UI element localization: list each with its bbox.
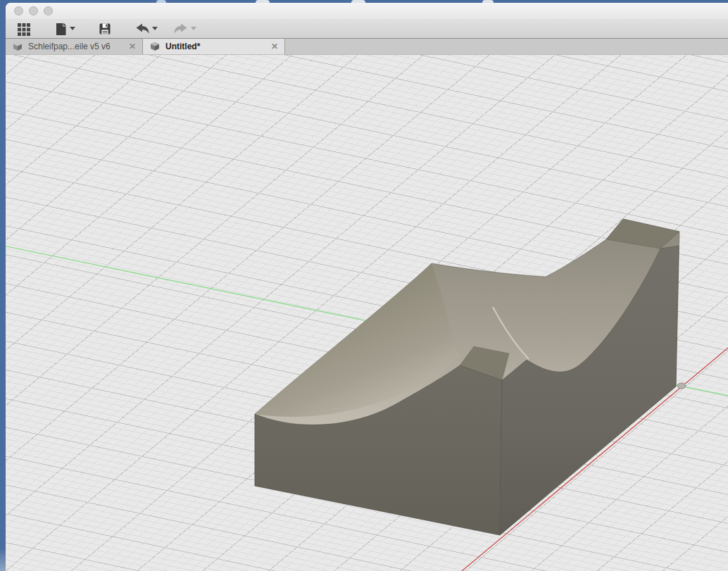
save-icon bbox=[98, 22, 112, 36]
app-grid-icon bbox=[17, 22, 31, 36]
viewport-render bbox=[6, 55, 728, 571]
tab-schleifpapier-document[interactable]: Schleifpap...eile v5 v6 ✕ bbox=[6, 39, 143, 54]
screen: { "window": { "app": "cad-modeler", "tra… bbox=[0, 0, 728, 571]
app-window: Schleifpap...eile v5 v6 ✕ Untitled* ✕ bbox=[6, 3, 728, 571]
main-toolbar bbox=[6, 19, 728, 39]
tab-close-icon[interactable]: ✕ bbox=[271, 42, 278, 51]
viewport-canvas[interactable] bbox=[6, 55, 728, 571]
zoom-window-button[interactable] bbox=[44, 6, 53, 15]
undo-icon bbox=[134, 23, 150, 34]
model-3d-body[interactable] bbox=[255, 219, 709, 535]
close-window-button[interactable] bbox=[14, 6, 23, 15]
redo-icon bbox=[173, 23, 189, 34]
tab-label: Schleifpap...eile v5 v6 bbox=[28, 42, 124, 51]
minimize-window-button[interactable] bbox=[29, 6, 38, 15]
tab-untitled-document[interactable]: Untitled* ✕ bbox=[143, 39, 285, 54]
new-file-button[interactable] bbox=[49, 20, 80, 37]
redo-dropdown-caret[interactable] bbox=[191, 27, 196, 30]
save-button[interactable] bbox=[94, 20, 116, 37]
document-cube-icon bbox=[12, 42, 23, 51]
origin-point bbox=[677, 383, 686, 389]
redo-button[interactable] bbox=[169, 22, 201, 36]
new-file-icon bbox=[54, 22, 68, 36]
undo-button[interactable] bbox=[130, 22, 162, 36]
document-tab-bar: Schleifpap...eile v5 v6 ✕ Untitled* ✕ bbox=[6, 39, 728, 55]
undo-dropdown-caret[interactable] bbox=[152, 27, 158, 30]
new-file-dropdown-caret[interactable] bbox=[70, 27, 75, 30]
title-bar[interactable] bbox=[6, 3, 728, 19]
tab-label: Untitled* bbox=[165, 42, 266, 51]
app-grid-menu-button[interactable] bbox=[13, 20, 35, 37]
tab-close-icon[interactable]: ✕ bbox=[129, 42, 136, 51]
document-cube-icon bbox=[149, 42, 161, 51]
